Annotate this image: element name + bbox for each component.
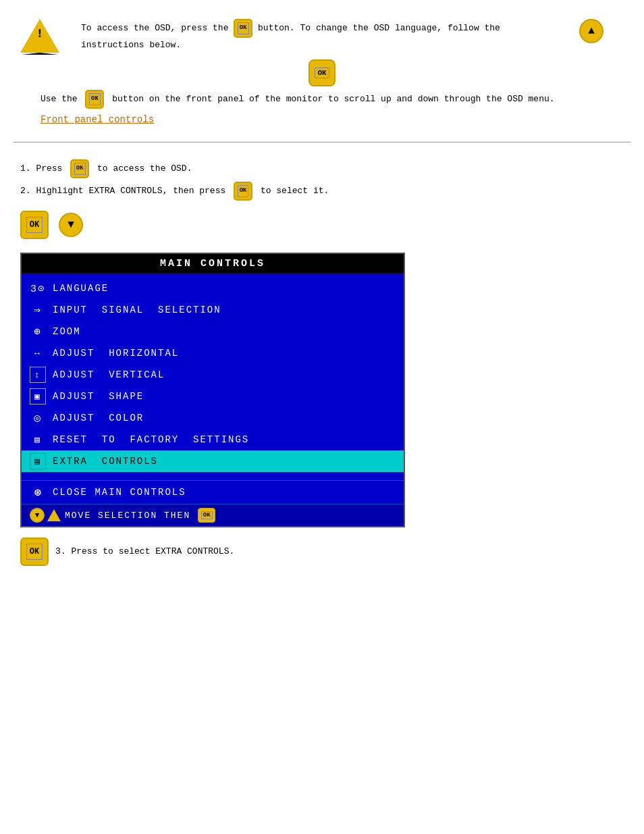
ok-icon-footer: OK: [198, 508, 215, 523]
input-icon: ⇒: [30, 302, 46, 318]
osd-item-zoom[interactable]: ⊕ ZOOM: [22, 321, 404, 342]
input-label: INPUT SIGNAL SELECTION: [53, 305, 221, 315]
ok-icon-3: OK: [70, 159, 89, 178]
ok-icon-4: OK: [234, 182, 252, 201]
shape-label: ADJUST SHAPE: [53, 391, 144, 402]
language-icon: 3⊙: [30, 280, 46, 296]
ok-icon-2: OK: [85, 90, 104, 109]
horizontal-label: ADJUST HORIZONTAL: [53, 348, 179, 359]
osd-title: MAIN CONTROLS: [22, 254, 404, 273]
ok-icon-large: OK: [20, 211, 49, 239]
step3-text: 3. Press to select EXTRA CONTROLS.: [55, 544, 234, 559]
shape-icon: ▣: [30, 388, 46, 405]
front-panel-link[interactable]: Front panel controls: [41, 114, 154, 125]
ok-icon-center: OK: [308, 59, 336, 86]
ok-icon-1: OK: [234, 19, 252, 38]
para2: Use the OK button on the front panel of …: [41, 90, 603, 109]
color-icon: ◎: [30, 410, 46, 426]
intro-text-row1: To access the OSD, press the OK button. …: [81, 19, 554, 53]
section-divider: [14, 142, 630, 142]
middle-section: 1. Press OK to access the OSD. 2. Highli…: [0, 149, 644, 249]
osd-item-horizontal[interactable]: ↔ ADJUST HORIZONTAL: [22, 342, 404, 364]
osd-item-reset[interactable]: ▤ RESET TO FACTORY SETTINGS: [22, 429, 404, 450]
nav-icons: ▼: [30, 508, 61, 523]
para2b-text: button on the front panel of the monitor…: [112, 95, 554, 105]
mid-icon-row: OK ▼: [20, 211, 624, 239]
osd-close-row[interactable]: ⊛ CLOSE MAIN CONTROLS: [22, 480, 404, 504]
link-row: Front panel controls: [41, 114, 624, 125]
zoom-icon: ⊕: [30, 323, 46, 340]
step2-text: 2. Highlight EXTRA CONTROLS, then press …: [20, 182, 624, 201]
reset-label: RESET TO FACTORY SETTINGS: [53, 434, 249, 445]
osd-item-language[interactable]: 3⊙ LANGUAGE: [22, 278, 404, 299]
nav-down-icon: ▼: [30, 508, 45, 523]
close-label: CLOSE MAIN CONTROLS: [53, 487, 186, 498]
extra-label: EXTRA CONTROLS: [53, 456, 158, 467]
ok-icon-bottom: OK: [20, 538, 49, 566]
close-icon: ⊛: [30, 484, 46, 500]
vertical-label: ADJUST VERTICAL: [53, 369, 165, 380]
osd-footer: ▼ MOVE SELECTION THEN OK: [22, 504, 404, 526]
osd-item-shape[interactable]: ▣ ADJUST SHAPE: [22, 386, 404, 407]
osd-menu: MAIN CONTROLS 3⊙ LANGUAGE ⇒ INPUT SIGNAL…: [20, 253, 405, 527]
footer-text: MOVE SELECTION THEN: [65, 511, 190, 521]
osd-item-extra[interactable]: ▤ EXTRA CONTROLS: [22, 450, 404, 472]
osd-item-input[interactable]: ⇒ INPUT SIGNAL SELECTION: [22, 299, 404, 321]
language-label: LANGUAGE: [53, 283, 109, 294]
top-section: ! To access the OSD, press the OK button…: [0, 0, 644, 135]
nav-up-icon: [47, 509, 61, 521]
osd-items-list: 3⊙ LANGUAGE ⇒ INPUT SIGNAL SELECTION ⊕ Z…: [22, 273, 404, 476]
color-label: ADJUST COLOR: [53, 413, 144, 423]
reset-icon: ▤: [30, 432, 46, 448]
vertical-icon: ↕: [30, 367, 46, 383]
bottom-icon-row: OK 3. Press to select EXTRA CONTROLS.: [20, 538, 624, 566]
step1-text: 1. Press OK to access the OSD.: [20, 159, 624, 178]
bottom-section: OK 3. Press to select EXTRA CONTROLS.: [0, 534, 644, 576]
down-arrow-icon: ▼: [59, 213, 83, 237]
para1-text: To access the OSD, press the: [81, 23, 228, 33]
osd-item-vertical[interactable]: ↕ ADJUST VERTICAL: [22, 364, 404, 386]
up-arrow-icon-top: ▲: [579, 19, 603, 43]
horizontal-icon: ↔: [30, 345, 46, 361]
para2-text: Use the: [41, 95, 78, 105]
zoom-label: ZOOM: [53, 326, 81, 337]
warning-icon-topleft: !: [20, 14, 59, 53]
extra-icon: ▤: [30, 453, 46, 469]
osd-item-color[interactable]: ◎ ADJUST COLOR: [22, 407, 404, 429]
